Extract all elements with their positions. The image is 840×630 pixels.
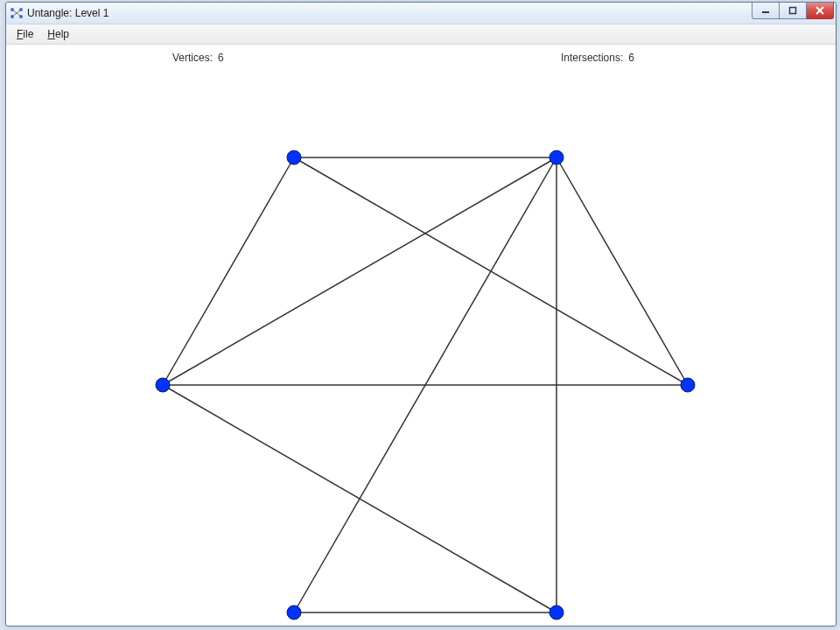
minimize-button[interactable] <box>752 3 780 19</box>
maximize-button[interactable] <box>780 3 807 19</box>
graph-edge <box>163 158 556 385</box>
close-button[interactable] <box>807 3 834 19</box>
close-icon <box>816 6 824 15</box>
vertices-label: Vertices: <box>172 52 213 64</box>
graph-vertex[interactable] <box>287 606 301 620</box>
graph-canvas[interactable] <box>6 64 836 626</box>
menu-help-accel: H <box>47 28 55 40</box>
app-icon <box>10 6 24 20</box>
graph-edge <box>163 158 294 385</box>
graph-vertex[interactable] <box>550 150 564 164</box>
graph-vertex[interactable] <box>156 378 170 392</box>
app-window: Untangle: Level 1 File Help Vertices: 6 <box>5 2 836 626</box>
graph-vertex[interactable] <box>550 606 564 620</box>
minimize-icon <box>761 6 770 15</box>
graph-vertex[interactable] <box>681 378 695 392</box>
window-controls <box>752 3 834 19</box>
vertices-value: 6 <box>218 52 224 64</box>
window-title: Untangle: Level 1 <box>27 7 108 19</box>
svg-point-4 <box>10 15 14 18</box>
titlebar[interactable]: Untangle: Level 1 <box>6 3 836 24</box>
stat-intersections: Intersections: 6 <box>561 52 634 64</box>
menu-file[interactable]: File <box>10 26 40 42</box>
graph-svg <box>6 64 836 630</box>
graph-edge <box>163 385 556 612</box>
menu-file-rest: ile <box>23 28 33 40</box>
maximize-icon <box>788 6 797 15</box>
intersections-value: 6 <box>628 52 634 64</box>
svg-point-2 <box>10 8 14 11</box>
svg-point-3 <box>19 8 23 11</box>
svg-rect-7 <box>790 8 796 14</box>
stat-vertices: Vertices: 6 <box>172 52 224 64</box>
stats-bar: Vertices: 6 Intersections: 6 <box>6 45 836 64</box>
menu-help-rest: elp <box>55 28 69 40</box>
graph-edge <box>556 158 688 385</box>
menubar: File Help <box>6 24 836 45</box>
graph-vertex[interactable] <box>287 150 301 164</box>
menu-help[interactable]: Help <box>40 26 76 42</box>
svg-point-5 <box>19 15 23 18</box>
intersections-label: Intersections: <box>561 52 623 64</box>
